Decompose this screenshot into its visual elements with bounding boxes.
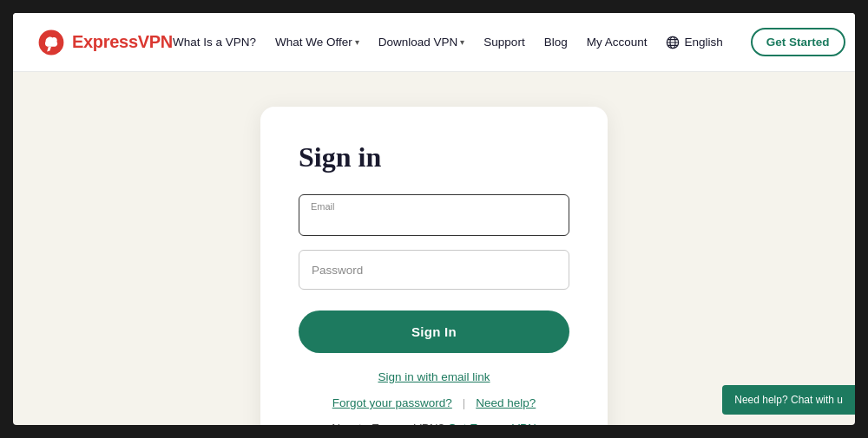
password-field-group [299,250,569,290]
language-button[interactable]: English [666,36,722,49]
new-user-row: New to ExpressVPN? Get ExpressVPN [299,422,569,425]
get-expressvpn-button[interactable]: Get ExpressVPN [448,422,536,425]
logo-link[interactable]: ExpressVPN [37,29,173,56]
nav-item-what-we-offer[interactable]: What We Offer ▾ [275,36,359,49]
email-wrapper: Email [299,194,569,236]
language-label: English [684,36,722,49]
email-input[interactable] [299,194,569,236]
new-user-text: New to ExpressVPN? [332,422,444,425]
nav-item-support[interactable]: Support [483,36,524,49]
logo-icon [37,29,65,56]
signin-email-link-button[interactable]: Sign in with email link [378,370,490,383]
divider: | [463,396,465,409]
nav-item-blog[interactable]: Blog [544,36,568,49]
email-field-group: Email [299,194,569,236]
signin-title: Sign in [299,141,569,173]
brand-name: ExpressVPN [72,32,173,52]
forgot-row: Forgot your password? | Need help? [299,396,569,409]
password-input[interactable] [299,250,569,290]
nav-item-what-is-vpn[interactable]: What Is a VPN? [173,36,256,49]
chat-button[interactable]: Need help? Chat with u [722,385,855,415]
get-started-button[interactable]: Get Started [751,28,845,56]
forgot-password-button[interactable]: Forgot your password? [332,396,452,409]
nav-item-download-vpn[interactable]: Download VPN ▾ [378,36,465,49]
main-nav: What Is a VPN? What We Offer ▾ Download … [173,28,845,56]
chevron-down-icon: ▾ [460,37,464,47]
main-content: Sign in Email Sign In Sign in with email… [13,72,855,425]
email-link-row: Sign in with email link [299,369,569,384]
header: ExpressVPN What Is a VPN? What We Offer … [13,13,855,72]
signin-button[interactable]: Sign In [299,311,569,353]
globe-icon [666,36,680,49]
chevron-down-icon: ▾ [355,37,359,47]
nav-item-my-account[interactable]: My Account [587,36,648,49]
signin-card: Sign in Email Sign In Sign in with email… [260,107,608,425]
need-help-button[interactable]: Need help? [476,396,536,409]
